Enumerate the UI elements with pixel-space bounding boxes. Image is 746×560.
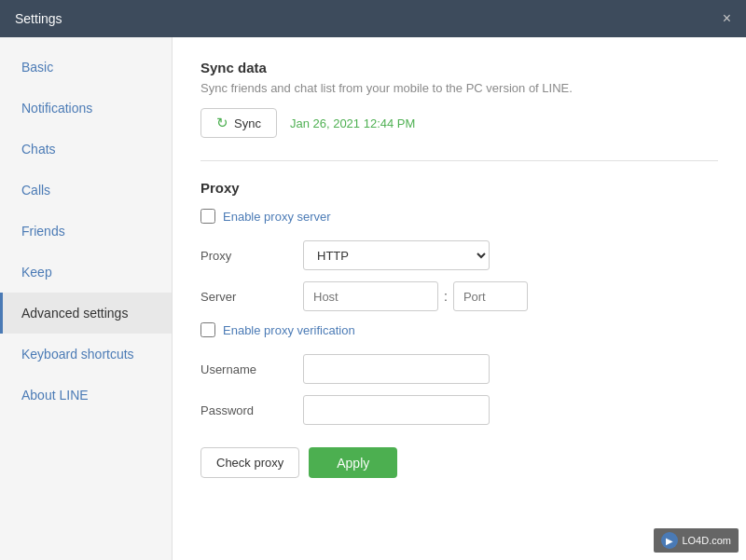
sync-row: ↻ Sync Jan 26, 2021 12:44 PM [200,108,718,138]
sync-button-label: Sync [234,116,261,130]
watermark: ▶ LO4D.com [654,528,739,553]
sync-icon: ↻ [216,115,228,131]
password-input[interactable] [303,395,490,425]
title-bar: Settings × [0,0,746,37]
check-proxy-button[interactable]: Check proxy [200,447,299,478]
enable-proxy-checkbox[interactable] [200,209,215,224]
sidebar-item-keep[interactable]: Keep [0,252,172,293]
dialog-title: Settings [15,11,62,26]
password-label: Password [200,403,303,417]
sync-data-title: Sync data [200,60,718,75]
username-row: Username [200,354,718,384]
watermark-icon: ▶ [661,532,678,549]
proxy-type-row: Proxy HTTP HTTPS SOCKS4 SOCKS5 [200,240,718,270]
action-buttons-row: Check proxy Apply [200,447,718,478]
sidebar-item-friends[interactable]: Friends [0,211,172,252]
sync-button[interactable]: ↻ Sync [200,108,277,138]
dialog-content: Basic Notifications Chats Calls Friends … [0,37,746,560]
proxy-title: Proxy [200,180,718,196]
sidebar-item-chats[interactable]: Chats [0,129,172,170]
sidebar-item-about-line[interactable]: About LINE [0,375,172,416]
sidebar-item-calls[interactable]: Calls [0,170,172,211]
username-input[interactable] [303,354,490,384]
enable-verification-checkbox[interactable] [200,322,215,337]
watermark-text: LO4D.com [682,535,731,546]
sidebar: Basic Notifications Chats Calls Friends … [0,37,173,560]
sync-data-description: Sync friends and chat list from your mob… [200,81,718,95]
sidebar-item-basic[interactable]: Basic [0,47,172,88]
apply-button[interactable]: Apply [309,447,397,478]
proxy-type-select[interactable]: HTTP HTTPS SOCKS4 SOCKS5 [303,240,490,270]
server-label: Server [200,290,303,304]
sidebar-item-notifications[interactable]: Notifications [0,88,172,129]
server-inputs: : [303,281,528,311]
port-input[interactable] [453,281,528,311]
sync-data-section: Sync data Sync friends and chat list fro… [200,60,718,138]
server-row: Server : [200,281,718,311]
proxy-section: Proxy Enable proxy server Proxy HTTP HTT… [200,180,718,478]
main-content: Sync data Sync friends and chat list fro… [173,37,746,560]
close-button[interactable]: × [723,11,731,26]
password-row: Password [200,395,718,425]
colon-separator: : [444,289,448,304]
sync-date: Jan 26, 2021 12:44 PM [290,116,415,130]
sidebar-item-advanced-settings[interactable]: Advanced settings [0,293,172,334]
host-input[interactable] [303,281,438,311]
sidebar-item-keyboard-shortcuts[interactable]: Keyboard shortcuts [0,334,172,375]
enable-proxy-row: Enable proxy server [200,209,718,224]
enable-verification-label[interactable]: Enable proxy verification [223,323,355,337]
enable-proxy-label[interactable]: Enable proxy server [223,210,331,224]
enable-verification-row: Enable proxy verification [200,322,718,337]
section-divider [200,160,718,161]
username-label: Username [200,362,303,376]
proxy-label: Proxy [200,249,303,263]
